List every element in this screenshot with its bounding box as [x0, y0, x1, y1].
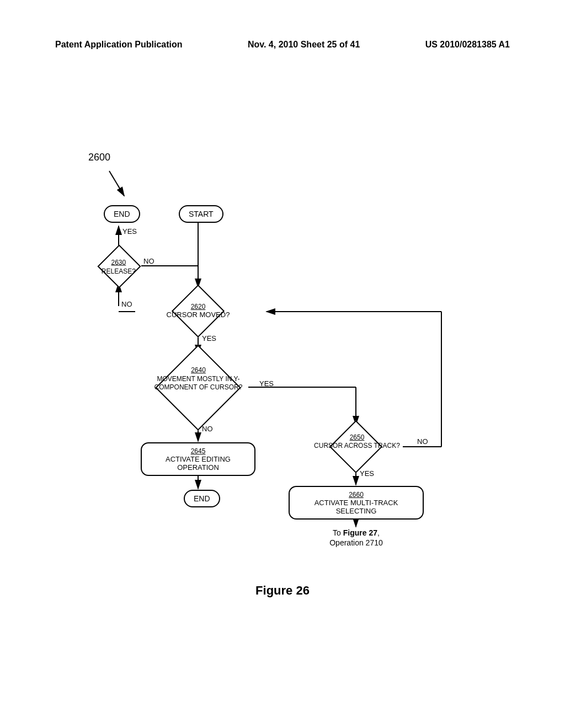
- movement-content: 2640 MOVEMENT MOSTLY IN Y-COMPONENT OF C…: [145, 366, 252, 392]
- no-label-3: NO: [202, 425, 213, 433]
- no-label-1: NO: [143, 257, 154, 265]
- cursor-moved-text: CURSOR MOVED?: [167, 311, 230, 319]
- end1-label: END: [114, 210, 130, 218]
- no-label-4: NO: [417, 437, 428, 446]
- movement-ref: 2640: [191, 366, 206, 375]
- multitrack-text: ACTIVATE MULTI-TRACK SELECTING: [315, 499, 398, 515]
- multitrack-ref: 2660: [349, 491, 364, 499]
- editing-process: 2645 ACTIVATE EDITING OPERATION: [141, 442, 255, 476]
- release-ref: 2630: [111, 259, 126, 267]
- svg-line-0: [109, 171, 124, 196]
- yes-label-3: YES: [259, 379, 274, 388]
- goto-reference: To Figure 27, Operation 2710: [324, 528, 388, 548]
- no-label-2: NO: [121, 300, 132, 308]
- yes-label-4: YES: [360, 469, 374, 478]
- movement-text: MOVEMENT MOSTLY IN Y-COMPONENT OF CURSOR…: [154, 375, 243, 392]
- end2-label: END: [194, 494, 210, 503]
- goto-line2: Operation 2710: [329, 538, 383, 547]
- flowchart-connectors: [0, 0, 565, 728]
- across-text: CURSOR ACROSS TRACK?: [314, 442, 400, 449]
- editing-ref: 2645: [191, 447, 206, 455]
- release-text: RELEASE?: [102, 267, 136, 276]
- figure-caption: Figure 26: [0, 584, 565, 598]
- yes-label-1: YES: [122, 227, 137, 235]
- yes-label-2: YES: [202, 334, 216, 342]
- start-terminator: START: [179, 205, 223, 223]
- end-terminator-2: END: [184, 490, 220, 507]
- across-content: 2650 CURSOR ACROSS TRACK?: [310, 433, 404, 450]
- editing-text: ACTIVATE EDITING OPERATION: [166, 455, 231, 472]
- start-label: START: [189, 210, 214, 218]
- multitrack-process: 2660 ACTIVATE MULTI-TRACK SELECTING: [289, 486, 424, 520]
- across-ref: 2650: [350, 433, 365, 442]
- end-terminator-1: END: [104, 205, 140, 223]
- cursor-moved-ref: 2620: [191, 303, 206, 311]
- cursor-moved-content: 2620 CURSOR MOVED?: [137, 302, 259, 319]
